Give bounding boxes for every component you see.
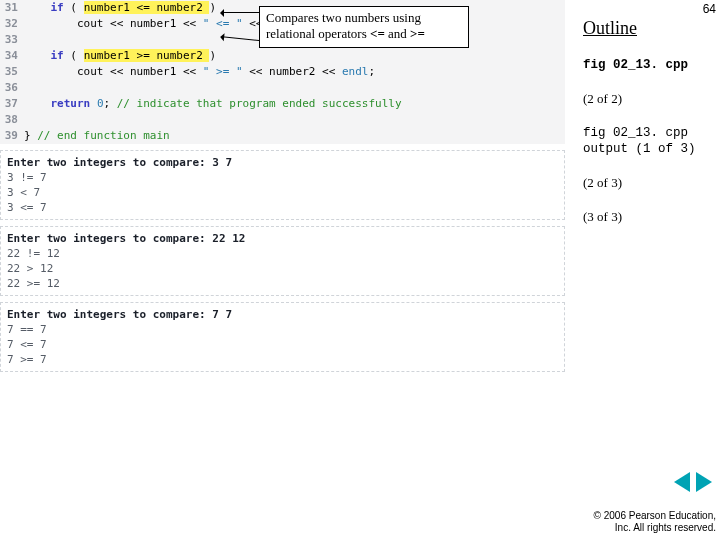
line-number: 32 (0, 16, 24, 32)
program-output-3: Enter two integers to compare: 7 7 7 == … (0, 302, 565, 372)
line-number: 36 (0, 80, 24, 96)
program-output-2: Enter two integers to compare: 22 12 22 … (0, 226, 565, 296)
outline-title: Outline (583, 18, 720, 39)
line-number: 33 (0, 32, 24, 48)
line-number: 35 (0, 64, 24, 80)
line-number: 39 (0, 128, 24, 144)
outline-item: fig 02_13. cpp output (1 of 3) (583, 125, 720, 157)
next-slide-button[interactable] (696, 472, 712, 492)
prev-slide-button[interactable] (674, 472, 690, 492)
outline-panel: 64 Outline fig 02_13. cpp (2 of 2) fig 0… (575, 0, 720, 540)
line-number: 31 (0, 0, 24, 16)
outline-item: (2 of 3) (583, 175, 720, 191)
outline-item: (2 of 2) (583, 91, 720, 107)
program-output-1: Enter two integers to compare: 3 7 3 != … (0, 150, 565, 220)
line-number: 34 (0, 48, 24, 64)
outline-item: fig 02_13. cpp (583, 57, 720, 73)
copyright-text: © 2006 Pearson Education, Inc. All right… (575, 510, 716, 534)
line-number: 38 (0, 112, 24, 128)
callout-arrow-icon (222, 12, 259, 13)
code-and-output-area: 31 if ( number1 <= number2 ) 32 cout << … (0, 0, 565, 372)
outline-item: (3 of 3) (583, 209, 720, 225)
annotation-callout: Compares two numbers using relational op… (259, 6, 469, 48)
line-number: 37 (0, 96, 24, 112)
slide-number: 64 (703, 2, 716, 16)
